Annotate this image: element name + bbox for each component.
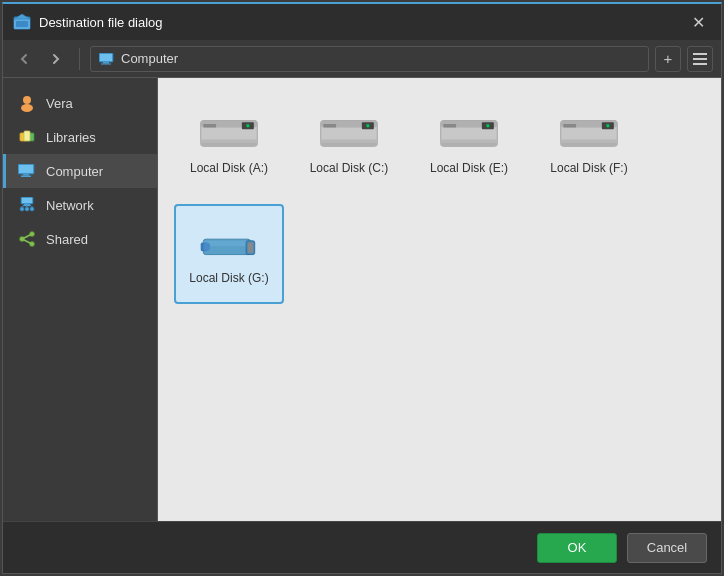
file-item-disk-g[interactable]: Local Disk (G:) (174, 204, 284, 304)
dialog-icon (13, 13, 31, 31)
svg-rect-21 (22, 198, 32, 203)
title-bar: Destination file dialog ✕ (3, 4, 721, 40)
file-label-disk-g: Local Disk (G:) (189, 271, 268, 287)
content-area: Vera Libraries (3, 78, 721, 521)
svg-rect-5 (100, 54, 112, 61)
svg-rect-18 (23, 174, 29, 176)
sidebar-item-computer-label: Computer (46, 164, 103, 179)
svg-rect-58 (563, 124, 576, 127)
svg-point-24 (20, 207, 24, 211)
svg-rect-55 (441, 143, 498, 146)
svg-rect-9 (693, 58, 707, 60)
toolbar: Computer + (3, 40, 721, 78)
svg-point-39 (246, 124, 249, 127)
new-folder-button[interactable]: + (655, 46, 681, 72)
sidebar-item-libraries-label: Libraries (46, 130, 96, 145)
sidebar: Vera Libraries (3, 78, 158, 521)
hdd-icon-e (439, 113, 499, 153)
file-label-disk-e: Local Disk (E:) (430, 161, 508, 177)
svg-point-12 (21, 104, 33, 112)
svg-point-68 (203, 243, 210, 252)
sidebar-item-vera-label: Vera (46, 96, 73, 111)
svg-rect-62 (561, 143, 618, 146)
sidebar-item-shared-label: Shared (46, 232, 88, 247)
hdd-icon-c (319, 113, 379, 153)
close-button[interactable]: ✕ (685, 11, 711, 33)
usb-icon-g (199, 223, 259, 263)
svg-rect-51 (443, 124, 456, 127)
svg-line-34 (22, 239, 32, 244)
view-toggle-button[interactable] (687, 46, 713, 72)
files-area: Local Disk (A:) Local Disk (C:) (158, 78, 721, 521)
ok-button[interactable]: OK (537, 533, 617, 563)
svg-rect-2 (16, 21, 28, 27)
user-icon (18, 94, 36, 112)
sidebar-item-vera[interactable]: Vera (3, 86, 157, 120)
svg-point-26 (30, 207, 34, 211)
svg-rect-8 (693, 53, 707, 55)
shared-icon (18, 230, 36, 248)
file-item-disk-e[interactable]: Local Disk (E:) (414, 94, 524, 194)
svg-rect-66 (248, 243, 253, 253)
computer-icon (18, 162, 36, 180)
svg-rect-10 (693, 63, 707, 65)
file-item-disk-c[interactable]: Local Disk (C:) (294, 94, 404, 194)
hdd-icon-f (559, 113, 619, 153)
dialog: Destination file dialog ✕ Computer + (2, 2, 722, 574)
svg-rect-19 (21, 176, 31, 178)
location-bar: Computer (90, 46, 649, 72)
cancel-button[interactable]: Cancel (627, 533, 707, 563)
svg-point-46 (366, 124, 369, 127)
svg-rect-22 (24, 204, 30, 205)
svg-rect-15 (24, 131, 30, 141)
svg-rect-64 (203, 241, 250, 246)
svg-point-11 (23, 96, 31, 104)
svg-rect-6 (103, 62, 109, 64)
file-label-disk-a: Local Disk (A:) (190, 161, 268, 177)
svg-rect-23 (23, 205, 31, 206)
location-computer-icon (99, 53, 115, 65)
svg-point-53 (486, 124, 489, 127)
sidebar-item-network[interactable]: Network (3, 188, 157, 222)
location-text: Computer (121, 51, 178, 66)
sidebar-item-libraries[interactable]: Libraries (3, 120, 157, 154)
svg-rect-44 (323, 124, 336, 127)
sidebar-item-network-label: Network (46, 198, 94, 213)
forward-button[interactable] (43, 46, 69, 72)
svg-point-60 (606, 124, 609, 127)
network-icon (18, 196, 36, 214)
file-item-disk-a[interactable]: Local Disk (A:) (174, 94, 284, 194)
svg-rect-17 (19, 165, 33, 173)
toolbar-separator (79, 48, 80, 70)
footer: OK Cancel (3, 521, 721, 573)
sidebar-item-computer[interactable]: Computer (3, 154, 157, 188)
dialog-title: Destination file dialog (39, 15, 685, 30)
svg-rect-48 (321, 143, 378, 146)
svg-rect-41 (201, 143, 258, 146)
svg-point-25 (25, 207, 29, 211)
back-button[interactable] (11, 46, 37, 72)
file-label-disk-c: Local Disk (C:) (310, 161, 389, 177)
file-label-disk-f: Local Disk (F:) (550, 161, 627, 177)
library-icon (18, 128, 36, 146)
sidebar-item-shared[interactable]: Shared (3, 222, 157, 256)
svg-rect-37 (203, 124, 216, 127)
svg-line-33 (22, 234, 32, 239)
hdd-icon-a (199, 113, 259, 153)
file-item-disk-f[interactable]: Local Disk (F:) (534, 94, 644, 194)
svg-rect-7 (101, 63, 111, 64)
